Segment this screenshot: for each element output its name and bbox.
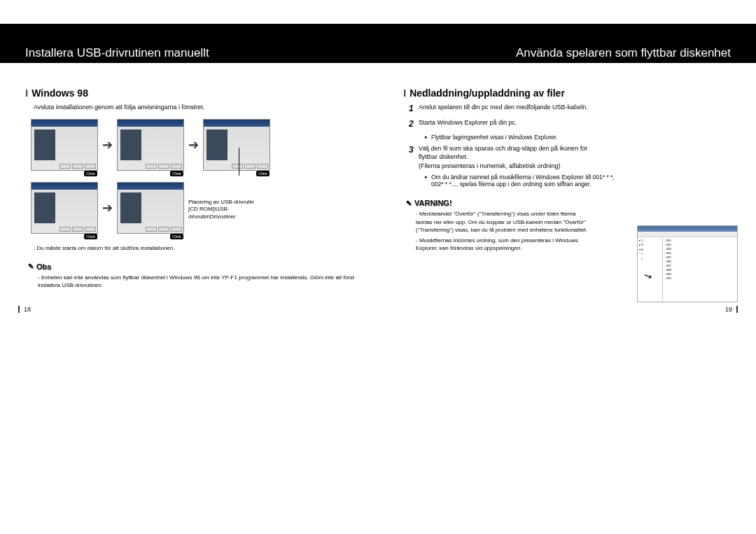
explorer-tree: ▸ C:▸ D:▾ E: ♫ ♫ ↘ bbox=[638, 237, 663, 302]
wizard-screenshot-1: Click bbox=[31, 119, 98, 171]
click-tag: Click bbox=[170, 234, 183, 239]
page-right: Använda spelaren som flyttbar diskenhet … bbox=[378, 63, 756, 303]
step-text: Välj den fil som ska sparas och drag-slä… bbox=[419, 145, 587, 161]
step-2: 2 Starta Windows Explorer på din pc. bbox=[409, 118, 738, 130]
caption-line1: Placering av USB-drivrutin bbox=[188, 199, 272, 206]
wizard-row-1: Click ➔ Click ➔ Click bbox=[31, 119, 360, 171]
right-page-title: Använda spelaren som flyttbar diskenhet bbox=[509, 43, 738, 63]
step-3-sub: Om du ändrar namnet på musikfilerna i Wi… bbox=[431, 174, 620, 188]
caption-line2: [CD ROM]\USB-drivrutin\Drivrutiner bbox=[188, 206, 272, 220]
click-tag: Click bbox=[84, 234, 97, 239]
obs-text: - Enheten kan inte användas som flyttbar… bbox=[38, 274, 360, 289]
pointer-arrow-icon: ↘ bbox=[640, 267, 654, 285]
page-number-left: 18 bbox=[18, 306, 31, 313]
click-tag: Click bbox=[170, 171, 183, 176]
step-1: 1 Anslut spelaren till din pc med den me… bbox=[409, 103, 738, 115]
heading-file-transfer: Nedladdning/uppladdning av filer bbox=[403, 87, 738, 99]
windows-explorer-screenshot: ▸ C:▸ D:▾ E: ♫ ♫ ↘ 001002003004005 00600… bbox=[637, 225, 738, 302]
wizard-screenshot-5: Click bbox=[117, 182, 184, 234]
click-tag: Click bbox=[84, 171, 97, 176]
arrow-icon: ➔ bbox=[102, 200, 113, 216]
driver-location-caption: Placering av USB-drivrutin [CD ROM]\USB-… bbox=[188, 195, 272, 220]
warning-text-1: - Meddelandet "Överför" ("Transferring")… bbox=[416, 210, 592, 234]
step-number: 2 bbox=[409, 118, 419, 130]
numbered-steps: 1 Anslut spelaren till din pc med den me… bbox=[409, 103, 738, 188]
page-spread: Installera USB-drivrutinen manuellt Wind… bbox=[0, 63, 756, 303]
explorer-file-list: 001002003004005 006007008009010 bbox=[663, 237, 737, 302]
step-2-sub: Flyttbar lagringsenhet visas i Windows E… bbox=[431, 134, 738, 141]
arrow-icon: ➔ bbox=[102, 137, 113, 153]
arrow-icon: ➔ bbox=[188, 137, 199, 153]
heading-windows98: Windows 98 bbox=[25, 87, 360, 99]
step-text: Anslut spelaren till din pc med den medf… bbox=[419, 103, 588, 115]
wizard-screenshot-2: Click bbox=[117, 119, 184, 171]
step-number: 1 bbox=[409, 103, 419, 115]
step-3-note: (Filerna presenteras i numerisk, alfabet… bbox=[419, 162, 561, 169]
warning-text-2: - Musikfilernas inbördes ordning, som de… bbox=[416, 237, 592, 252]
step-3: 3 Välj den fil som ska sparas och drag-s… bbox=[409, 144, 738, 171]
step-text: Starta Windows Explorer på din pc. bbox=[419, 118, 517, 130]
page-number-right: 19 bbox=[725, 306, 738, 313]
left-page-title: Installera USB-drivrutinen manuellt bbox=[18, 43, 378, 63]
click-tag: Click bbox=[256, 171, 270, 176]
wizard-row-2: Click ➔ Click Placering av USB-drivrutin… bbox=[31, 182, 360, 234]
step-number: 3 bbox=[409, 144, 419, 171]
page-left: Installera USB-drivrutinen manuellt Wind… bbox=[0, 63, 378, 303]
wizard-screenshot-4: Click bbox=[31, 182, 98, 234]
obs-heading: Obs bbox=[28, 262, 360, 271]
intro-text: Avsluta installationen genom att följa a… bbox=[34, 103, 360, 112]
warning-heading: VARNING! bbox=[406, 199, 738, 207]
restart-note: : Du måste starta om datorn för att slut… bbox=[34, 245, 360, 251]
wizard-screenshot-3: Click bbox=[203, 119, 270, 171]
